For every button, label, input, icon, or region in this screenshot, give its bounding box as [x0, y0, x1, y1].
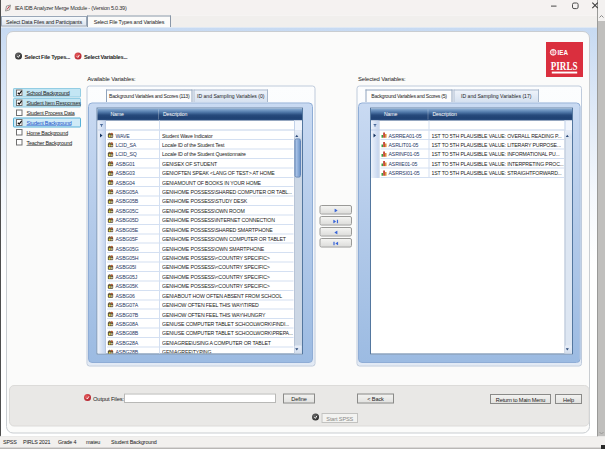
svg-text:IEA: IEA — [558, 49, 569, 56]
svg-text:PIRLS: PIRLS — [551, 59, 578, 73]
